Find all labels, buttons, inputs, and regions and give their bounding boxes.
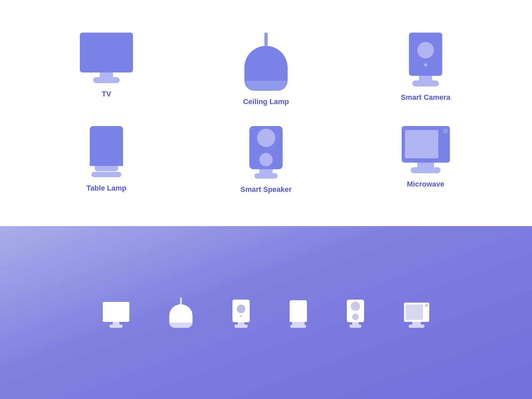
b-table-lamp-base	[292, 322, 305, 325]
bottom-microwave-icon	[404, 303, 429, 328]
device-item-smart-camera[interactable]: Smart Camera	[401, 33, 450, 102]
b-speaker-body	[347, 300, 364, 322]
tv-stand-base	[93, 77, 120, 83]
device-item-microwave[interactable]: Microwave	[402, 126, 450, 189]
speaker-body	[249, 126, 283, 169]
b-tv-screen	[103, 302, 129, 322]
smart-speaker-icon	[249, 126, 283, 179]
microwave-icon	[402, 126, 450, 173]
camera-stand-neck	[419, 76, 432, 80]
speaker-stand-neck	[259, 169, 273, 173]
device-item-smart-speaker[interactable]: Smart Speaker	[240, 126, 292, 194]
table-lamp-base	[95, 166, 118, 171]
tv-stand-neck	[100, 72, 113, 77]
bottom-tv-icon	[103, 302, 129, 328]
b-table-lamp-shade	[290, 300, 307, 322]
camera-body	[409, 33, 442, 76]
microwave-label: Microwave	[407, 180, 445, 189]
microwave-stand-base	[411, 167, 441, 173]
tv-label: TV	[102, 90, 111, 98]
b-lamp-wire	[180, 298, 182, 304]
smart-speaker-label: Smart Speaker	[240, 185, 292, 194]
b-table-lamp-foot	[290, 325, 306, 328]
b-camera-body	[232, 300, 250, 322]
device-item-ceiling-lamp[interactable]: Ceiling Lamp	[243, 33, 289, 106]
tv-screen	[80, 33, 133, 72]
camera-stand-base	[412, 80, 439, 86]
microwave-window	[405, 130, 438, 158]
bottom-camera-icon	[232, 300, 250, 328]
b-microwave-controls	[425, 304, 428, 307]
bottom-section	[0, 226, 532, 399]
bottom-lamp-icon	[169, 298, 193, 328]
b-camera-lens	[237, 305, 245, 313]
b-microwave-neck	[412, 322, 421, 325]
bottom-table-lamp-icon	[290, 300, 307, 328]
microwave-body	[402, 126, 450, 163]
speaker-circle-small	[259, 153, 273, 166]
b-camera-dot	[240, 315, 242, 317]
b-tv-base	[109, 325, 123, 328]
b-lamp-dome	[169, 304, 193, 323]
b-speaker-circle-small	[352, 314, 359, 320]
bottom-icon-row	[103, 298, 429, 328]
b-lamp-dome-bottom	[169, 323, 193, 328]
smart-camera-label: Smart Camera	[401, 93, 450, 102]
lamp-wire	[264, 33, 268, 46]
b-speaker-circle-large	[351, 302, 360, 311]
microwave-stand-neck	[417, 163, 434, 167]
table-lamp-icon	[90, 126, 123, 177]
b-microwave-body	[404, 303, 429, 322]
camera-lens	[417, 42, 434, 59]
device-item-tv[interactable]: TV	[80, 33, 133, 98]
ceiling-lamp-icon	[244, 33, 288, 91]
device-item-table-lamp[interactable]: Table Lamp	[86, 126, 127, 193]
ceiling-lamp-label: Ceiling Lamp	[243, 97, 289, 106]
b-microwave-base	[409, 325, 425, 328]
camera-dot	[424, 63, 427, 66]
speaker-circle-large	[257, 129, 275, 147]
microwave-controls	[443, 129, 448, 133]
b-speaker-neck	[352, 322, 359, 325]
lamp-dome-bottom	[244, 81, 288, 91]
device-grid: TV Ceiling Lamp Smart Camera	[60, 33, 472, 194]
b-speaker-base	[349, 325, 361, 328]
tv-icon	[80, 33, 133, 83]
table-lamp-shade	[90, 126, 123, 166]
table-lamp-label: Table Lamp	[86, 184, 127, 193]
bottom-speaker-icon	[347, 300, 364, 328]
table-lamp-foot	[91, 172, 121, 177]
b-camera-base	[234, 325, 248, 328]
top-section: TV Ceiling Lamp Smart Camera	[0, 0, 532, 226]
speaker-stand-base	[254, 173, 278, 179]
b-camera-neck	[238, 322, 244, 325]
b-microwave-window	[406, 305, 423, 320]
smart-camera-icon	[409, 33, 442, 86]
lamp-dome	[244, 46, 288, 81]
b-tv-neck	[113, 322, 119, 325]
